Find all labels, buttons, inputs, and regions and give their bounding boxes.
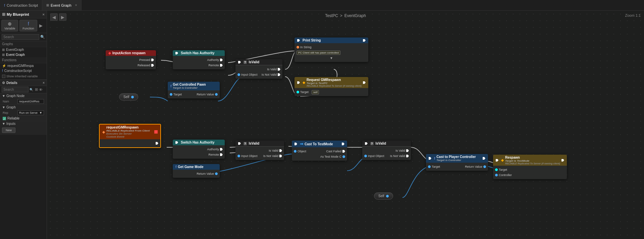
nav-forward-button[interactable]: ▶ [59, 13, 66, 21]
tab-construction-script[interactable]: f Construction Script [0, 0, 42, 10]
print-in-label: In String [300, 46, 312, 49]
name-value[interactable]: requestGMRes [17, 99, 44, 104]
request-event-title: requestGMRespawn [106, 126, 150, 129]
respawn-node[interactable]: ◆ Respawn Target is TestMode RELIABLE Re… [493, 155, 567, 179]
switch-auth2-exec-in [175, 141, 178, 144]
cast-player-return-label: Return Value [465, 165, 482, 168]
details-search-input[interactable] [2, 87, 29, 92]
request-target-row: Target self [294, 89, 368, 95]
details-close-button[interactable]: × [43, 81, 45, 85]
target-row: Target Return Value [168, 92, 220, 97]
canvas-nav: ◀ ▶ [50, 13, 66, 21]
request-event-node[interactable]: ◆ requestGMRespawn RELIABLE Replicated F… [99, 124, 161, 148]
print-value[interactable]: PC Client still has pawn controlled [297, 51, 340, 55]
graph-header[interactable]: ▼ Graph [0, 105, 47, 110]
is-valid-2-node[interactable]: ? IsValid Is Valid Input Object Is Not V… [235, 141, 284, 160]
canvas[interactable]: ◀ ▶ TestPC > EventGraph Zoom 1:1 [47, 11, 644, 239]
sidebar-item-construction[interactable]: f ConstructionScript [0, 68, 47, 73]
isvalid3-exec-in [365, 142, 368, 145]
released-row: Released [106, 63, 156, 68]
sidebar-close-button[interactable]: × [43, 12, 45, 16]
function-icon: f [28, 21, 29, 26]
respawn-sub1: Target is TestMode [505, 159, 560, 162]
details-view-toggle[interactable]: ⊞ [35, 87, 38, 92]
isvalid2-body: Is Valid Input Object Is Not Valid [235, 147, 284, 160]
cast-as-pin [342, 155, 345, 158]
inputs-header[interactable]: ▼ Inputs [0, 121, 47, 126]
isvalid3-input-pin [364, 155, 367, 157]
switch-auth1-body: Authority Remote [173, 56, 225, 69]
cast-player-return-pin [483, 165, 486, 168]
request-exec-out [363, 81, 366, 84]
canvas-breadcrumb: TestPC > EventGraph [325, 13, 366, 18]
sidebar-item-eventgraph1[interactable]: ⊞ EventGraph [0, 47, 47, 52]
isvalid1-input-row: Input Object Is Not Valid [235, 72, 282, 77]
get-game-mode-node[interactable]: f Get Game Mode Return Value [173, 164, 220, 178]
request-sub1: Target is TestPC [307, 82, 362, 85]
isvalid3-input-label: Input Object [368, 154, 384, 158]
reliable-row: ✓ Reliable [0, 116, 47, 121]
get-controlled-pawn-node[interactable]: f Get Controlled Pawn Target is Controll… [168, 82, 220, 98]
get-pawn-body: Target Return Value [168, 90, 220, 98]
print-header: Print String [294, 37, 368, 43]
self-node-2[interactable]: Self [374, 192, 393, 200]
details-title: Details [6, 81, 17, 85]
sidebar-expand-button[interactable]: ▶ [39, 22, 43, 29]
function-button[interactable]: f Function [19, 20, 37, 31]
request-event-sub3: Custom Event [106, 135, 150, 138]
cast-to-testmode-node[interactable]: ⇒ Cast To TestMode Object Cast Failed As… [292, 141, 347, 161]
run-on-server-dropdown[interactable]: Run on Serve ▼ [17, 110, 44, 115]
switch-authority-1-node[interactable]: Switch Has Authority Authority Remote [173, 50, 225, 69]
request-event-icon: ◆ [102, 130, 105, 134]
graph-node-header[interactable]: ▼ Graph Node [0, 93, 47, 98]
show-inherited-checkbox[interactable] [2, 75, 5, 78]
show-inherited-row[interactable]: Show inherited variable [0, 73, 47, 80]
input-action-header: ◆ InputAction respawn [106, 50, 156, 56]
details-eye-icon[interactable]: 👁 [39, 88, 43, 92]
respawn-exec-out [561, 159, 564, 162]
sidebar-item-requestgmrespa[interactable]: ⚡ requestGMRespa [0, 63, 47, 68]
switch-auth2-body: Authority Remote [173, 145, 225, 159]
request-event-red-box [154, 130, 158, 134]
functions-section-header: Functions [0, 57, 47, 63]
tab-event-graph[interactable]: ⊞ Event Graph × [42, 0, 82, 10]
authority-row2: Authority [173, 147, 225, 152]
print-title: Print String [303, 38, 321, 42]
input-action-node[interactable]: ◆ InputAction respawn Pressed Released [106, 50, 156, 69]
tab-close-button[interactable]: × [75, 3, 77, 7]
remote-label2: Remote [208, 153, 219, 156]
sidebar-item-eventgraph2[interactable]: ⊞ Event Graph [0, 52, 47, 57]
input-action-title: InputAction respawn [112, 51, 146, 55]
remote-pin2 [220, 153, 223, 156]
print-dropdown-row: ▼ [294, 55, 368, 61]
is-valid-3-node[interactable]: ? IsValid Is Valid Input Object Is Not V… [362, 141, 411, 160]
isvalid1-input-pin [237, 73, 240, 76]
remote-pin1 [220, 64, 223, 67]
rep-label: Rep [3, 111, 16, 114]
name-row: Nam requestGMRes [0, 98, 47, 104]
self-node-1[interactable]: Self [119, 93, 138, 100]
isvalid1-valid-row: Is Valid [235, 67, 282, 72]
sidebar-search-input[interactable] [2, 34, 39, 40]
reliable-checkbox[interactable]: ✓ [3, 117, 6, 120]
switch-authority-2-node[interactable]: Switch Has Authority Authority Remote [173, 140, 225, 159]
cast-player-controller-node[interactable]: f Cast to Player Controller Target is Co… [426, 154, 488, 171]
request-target-pin [297, 91, 299, 93]
self-pin-1 [131, 96, 134, 98]
request-self-value[interactable]: self [312, 90, 319, 94]
respawn-target-row: Target [493, 167, 567, 172]
isvalid3-valid-row: Is Valid [362, 148, 411, 153]
print-string-node[interactable]: Print String In String PC Client still h… [294, 37, 368, 62]
get-game-mode-return-row: Return Value [173, 171, 220, 176]
request-icon: ◆ [303, 81, 305, 84]
construction-script-label: Construction Script [7, 3, 38, 7]
nav-back-button[interactable]: ◀ [50, 13, 58, 21]
new-input-button[interactable]: New [2, 128, 15, 133]
request-gmrespawn-node[interactable]: ◆ Request GMRespawn Target is TestPC REL… [294, 77, 368, 96]
search-icon: 🔍 [40, 35, 45, 39]
cast-object-row: Object Cast Failed [292, 149, 347, 154]
cast-player-target-pin [428, 165, 431, 168]
is-valid-1-node[interactable]: ? IsValid Is Valid Input Object Is Not V… [235, 59, 282, 79]
authority-label1: Authority [207, 58, 219, 62]
variable-button[interactable]: ⊕ Variable [1, 20, 18, 31]
